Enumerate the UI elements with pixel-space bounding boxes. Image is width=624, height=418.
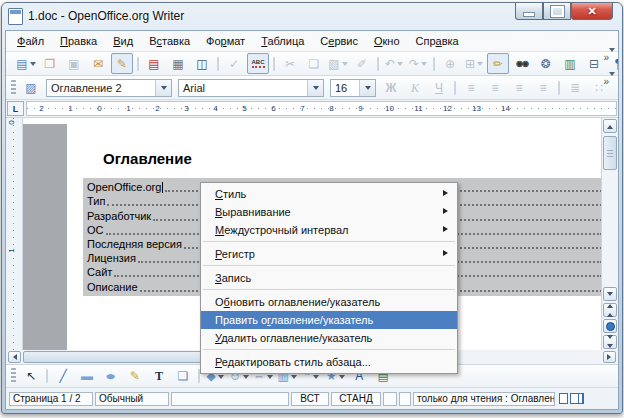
redo-button[interactable]: ↷ (407, 53, 429, 74)
hyperlink-button[interactable]: ⊕ (439, 53, 461, 74)
menu-item[interactable]: Окно (366, 33, 408, 49)
spellcheck-button[interactable]: ✓ (223, 53, 245, 74)
dropdown-arrow-icon (477, 62, 483, 69)
scroll-down-button[interactable] (603, 287, 617, 301)
menu-item[interactable]: Таблица (253, 33, 312, 49)
toolbar-overflow-button[interactable]: » (603, 53, 615, 63)
multi-page-view-icon[interactable] (570, 393, 579, 404)
context-menu-item[interactable]: Обновить оглавление/указатель (201, 293, 457, 311)
separator (377, 57, 379, 71)
copy-button[interactable]: ❏ (303, 53, 325, 74)
scroll-thumb[interactable] (603, 136, 617, 170)
font-name-combo[interactable]: Arial (178, 79, 324, 97)
vertical-ruler[interactable]: 10 (6, 118, 23, 350)
freeform-line-tool[interactable]: ✎ (124, 366, 146, 387)
numbering-button[interactable]: ≣ (564, 77, 586, 98)
horizontal-ruler[interactable]: L 2101234567891011121314 (6, 100, 618, 118)
font-size-combo[interactable]: 16 (330, 79, 376, 97)
combo-dropdown-icon[interactable] (359, 80, 375, 96)
cut-button[interactable]: ✂ (279, 53, 301, 74)
single-page-view-icon[interactable] (559, 393, 568, 404)
context-menu-item[interactable]: Править оглавление/указатель (201, 311, 457, 329)
new-document-button[interactable]: ▤ (15, 53, 37, 74)
context-menu-item[interactable]: Запись (201, 269, 457, 287)
page-preview-button[interactable]: ◫ (191, 53, 213, 74)
align-right-button[interactable]: ≡ (508, 77, 530, 98)
vertical-scrollbar[interactable] (601, 118, 618, 350)
menu-item[interactable]: Сервис (312, 33, 366, 49)
selection-mode-field[interactable]: СТАНД (331, 392, 381, 406)
format-paintbrush-button[interactable]: ✐ (351, 53, 373, 74)
italic-button[interactable]: К (404, 77, 426, 98)
close-button[interactable]: ✕ (571, 3, 613, 20)
navigator-button[interactable]: ❂ (535, 53, 557, 74)
open-folder-button[interactable]: ❐ (39, 53, 61, 74)
menu-item[interactable]: Правка (52, 33, 105, 49)
ellipse-tool[interactable]: ● (100, 366, 122, 387)
data-sources-button[interactable]: ⊟ (583, 53, 605, 74)
undo-button[interactable]: ↶ (383, 53, 405, 74)
context-menu-item[interactable]: Стиль (201, 185, 457, 203)
gallery-button[interactable]: ▥ (559, 53, 581, 74)
context-menu-item[interactable]: Междустрочный интервал (201, 221, 457, 239)
justify-button[interactable]: ≡ (532, 77, 554, 98)
combo-dropdown-icon[interactable] (155, 80, 171, 96)
modified-flag-field[interactable] (399, 392, 411, 406)
combo-dropdown-icon[interactable] (307, 80, 323, 96)
separator (454, 81, 456, 95)
callout-tool[interactable]: ❏ (172, 366, 194, 387)
scroll-right-button[interactable] (603, 351, 616, 363)
underline-button[interactable]: Ч (428, 77, 450, 98)
dropdown-arrow-icon (30, 62, 36, 69)
menu-item[interactable]: Справка (408, 33, 467, 49)
navigation-button[interactable] (603, 319, 617, 333)
menu-item[interactable]: Вид (105, 33, 141, 49)
menu-item[interactable]: Вставка (141, 33, 198, 49)
view-layout-buttons (559, 393, 581, 404)
text-tool[interactable]: T (148, 366, 170, 387)
document-status-field[interactable]: только для чтения : Оглавление1 (413, 392, 555, 406)
scroll-left-button[interactable] (8, 351, 21, 363)
toolbar-grip-icon[interactable] (11, 80, 16, 96)
context-menu-item[interactable]: Удалить оглавление/указатель (201, 329, 457, 347)
paragraph-style-combo[interactable]: Оглавление 2 (46, 79, 172, 97)
menu-item[interactable]: Файл (9, 33, 52, 49)
styles-panel-button[interactable]: ▨ (20, 77, 42, 98)
next-page-button[interactable] (603, 335, 617, 349)
previous-page-button[interactable] (603, 303, 617, 317)
toolbar-overflow-button[interactable]: » (603, 77, 615, 87)
formatting-toolbar: ▨ Оглавление 2 Arial 16 ЖКЧ≡≡≡≡≣∷ » (6, 76, 618, 100)
rectangle-tool[interactable]: ▬ (76, 366, 98, 387)
toolbar-grip-icon[interactable] (11, 368, 16, 384)
email-button[interactable]: ✉ (87, 53, 109, 74)
insert-table-button[interactable]: ⊞ (463, 53, 485, 74)
minimize-button[interactable] (515, 3, 543, 20)
insert-mode-field[interactable]: ВСТ (291, 392, 329, 406)
dropdown-arrow-icon (291, 375, 297, 382)
line-tool[interactable]: ╱ (52, 366, 74, 387)
drawing-functions-button[interactable]: ✏ (487, 53, 509, 74)
edit-file-button[interactable]: ✎ (111, 53, 133, 74)
select-tool[interactable]: ↖ (20, 366, 42, 387)
hyperlink-mode-field[interactable] (383, 392, 397, 406)
page-style-field[interactable]: Обычный (95, 392, 169, 406)
autospellcheck-button[interactable]: ABC (247, 53, 269, 74)
bold-button[interactable]: Ж (380, 77, 402, 98)
page-indicator[interactable]: Страница 1 / 2 (9, 392, 93, 406)
language-field[interactable] (171, 392, 289, 406)
tab-selector[interactable]: L (7, 101, 24, 116)
maximize-button[interactable] (543, 3, 571, 20)
context-menu-item[interactable]: Регистр (201, 245, 457, 263)
paste-button[interactable]: ▧ (327, 53, 349, 74)
scroll-track[interactable] (603, 134, 617, 286)
context-menu-item[interactable]: Выравнивание (201, 203, 457, 221)
save-button[interactable]: ▣ (63, 53, 85, 74)
context-menu-item[interactable]: Редактировать стиль абзаца... (201, 353, 457, 371)
align-center-button[interactable]: ≡ (484, 77, 506, 98)
align-left-button[interactable]: ≡ (460, 77, 482, 98)
menu-item[interactable]: Формат (198, 33, 253, 49)
find-replace-button[interactable]: ◉◉ (511, 53, 533, 74)
export-pdf-button[interactable]: ▤ (143, 53, 165, 74)
print-button[interactable]: ▦ (167, 53, 189, 74)
scroll-up-button[interactable] (603, 119, 617, 133)
